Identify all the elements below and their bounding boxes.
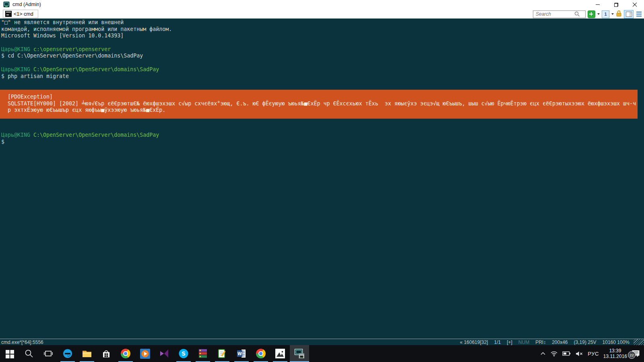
statusbar-process: cmd.exe*[*64]:5556 xyxy=(1,339,43,345)
new-console-dropdown-icon[interactable] xyxy=(597,13,600,15)
error-block: [PDOException] SQLSTATE[HY000] [2002] ╧ю… xyxy=(0,90,638,119)
taskbar-store-button[interactable] xyxy=(97,345,116,362)
terminal-line xyxy=(0,39,644,46)
cmd-icon xyxy=(5,11,12,17)
window-title: cmd (Admin) xyxy=(12,0,41,9)
terminal-line: Царь@KING C:\OpenServer\OpenServer\domai… xyxy=(0,66,644,73)
terminal-line xyxy=(0,119,644,125)
window-number: 1 xyxy=(604,12,607,16)
taskbar-conemu-button[interactable]: C:\. xyxy=(290,345,309,362)
panel-toggle-button[interactable] xyxy=(624,10,634,19)
taskbar-buttons: SWC:\. xyxy=(0,345,309,362)
photos-icon xyxy=(275,349,285,358)
search-input[interactable] xyxy=(536,11,574,17)
statusbar-items: « 160619[32]1/1[+]NUMPRI↕200x46(3,19) 25… xyxy=(460,339,630,345)
taskbar-edge-button[interactable] xyxy=(58,345,77,362)
statusbar-item[interactable]: PRI↕ xyxy=(535,339,546,345)
tab-bar: <1> cmd 1 xyxy=(0,9,644,19)
window-switch-button[interactable]: 1 xyxy=(602,10,609,18)
minimize-button[interactable] xyxy=(588,0,607,9)
restore-button[interactable] xyxy=(607,0,625,9)
terminal-line xyxy=(0,80,644,86)
search-icon xyxy=(574,11,580,17)
tray-expand-button[interactable] xyxy=(540,352,546,356)
error-line: SQLSTATE[HY000] [2002] ╧юя√Єър єёЄрэютшЄ… xyxy=(0,101,638,107)
taskbar-skype-button[interactable]: S xyxy=(174,345,193,362)
svg-text:S: S xyxy=(182,350,186,357)
menu-button[interactable] xyxy=(636,11,642,17)
status-bar: cmd.exe*[*64]:5556 « 160619[32]1/1[+]NUM… xyxy=(0,339,644,345)
edge-icon xyxy=(62,348,73,359)
taskbar-chrome-button[interactable] xyxy=(116,345,135,362)
statusbar-item[interactable]: 1/1 xyxy=(494,339,501,345)
caption-buttons xyxy=(588,0,644,9)
notepad-plus-plus-icon xyxy=(217,348,227,359)
visual-studio-icon xyxy=(159,348,169,359)
file-explorer-icon xyxy=(82,349,92,358)
clock[interactable]: 13:39 13.11.2016 xyxy=(603,348,627,359)
taskbar-visual-studio-button[interactable] xyxy=(155,345,174,362)
svg-text:C:\.: C:\. xyxy=(300,356,305,358)
lock-icon[interactable] xyxy=(616,10,622,19)
taskbar-word-button[interactable]: W xyxy=(232,345,251,362)
windows-logo-icon xyxy=(5,349,14,358)
terminal[interactable]: "□" не является внутренней или внешнейко… xyxy=(0,19,644,339)
chevron-up-icon xyxy=(540,352,546,356)
taskbar-notepad-plus-plus-button[interactable] xyxy=(213,345,232,362)
tab-cmd[interactable]: <1> cmd xyxy=(3,10,38,18)
taskbar-movies-tv-button[interactable] xyxy=(135,345,155,362)
skype-icon: S xyxy=(178,348,189,359)
notification-badge: 22 xyxy=(628,351,636,359)
volume-muted-icon xyxy=(575,351,583,357)
search-icon xyxy=(24,349,34,358)
wifi-icon xyxy=(550,351,558,357)
battery-icon xyxy=(562,351,571,356)
toolbar: 1 xyxy=(533,10,642,18)
window-switch-dropdown-icon[interactable] xyxy=(611,13,614,15)
close-icon xyxy=(632,2,637,7)
taskbar-search-button[interactable] xyxy=(19,345,39,362)
taskbar-photos-button[interactable] xyxy=(270,345,290,362)
terminal-line: "□" не является внутренней или внешней xyxy=(0,19,644,26)
winrar-icon xyxy=(198,348,208,359)
terminal-line: Царь@KING C:\OpenServer\OpenServer\domai… xyxy=(0,132,644,139)
taskbar-chrome-2-button[interactable] xyxy=(251,345,270,362)
taskbar-winrar-button[interactable] xyxy=(193,345,213,362)
taskbar-start-button[interactable] xyxy=(0,345,19,362)
close-button[interactable] xyxy=(625,0,644,9)
tray-date: 13.11.2016 xyxy=(603,354,627,359)
minimize-icon xyxy=(596,4,600,5)
statusbar-item[interactable]: « 160619[32] xyxy=(460,339,488,345)
taskbar-task-view-button[interactable] xyxy=(39,345,58,362)
taskbar-file-explorer-button[interactable] xyxy=(77,345,97,362)
movies-tv-icon xyxy=(140,349,150,359)
window-titlebar[interactable]: cmd (Admin) xyxy=(0,0,644,9)
terminal-line: Microsoft Windows [Version 10.0.14393] xyxy=(0,33,644,39)
terminal-line: Царь@KING c:\openserver\openserver xyxy=(0,46,644,53)
wifi-button[interactable] xyxy=(550,351,558,357)
tray-time: 13:39 xyxy=(603,348,627,354)
taskbar: SWC:\. РУС 13:39 13.11.2016 xyxy=(0,345,644,362)
conemu-app-icon xyxy=(3,1,10,8)
search-box[interactable] xyxy=(533,10,586,18)
statusbar-item[interactable]: NUM xyxy=(518,339,529,345)
error-line: [PDOException] xyxy=(0,94,638,101)
screen: cmd (Admin) <1> cmd 1 xyxy=(0,0,644,362)
chrome-icon xyxy=(121,349,130,358)
language-indicator[interactable]: РУС xyxy=(588,351,599,357)
action-center-button[interactable]: 22 xyxy=(632,350,640,357)
tab-label: <1> cmd xyxy=(14,11,33,17)
word-icon: W xyxy=(236,348,247,359)
terminal-line: $ php artisan migrate xyxy=(0,73,644,80)
chrome-icon xyxy=(256,349,266,358)
terminal-line: $ xyxy=(0,139,644,146)
statusbar-item[interactable]: 10160 100% xyxy=(603,339,630,345)
battery-button[interactable] xyxy=(562,351,571,356)
new-console-button[interactable] xyxy=(588,10,595,18)
resize-grip[interactable] xyxy=(634,339,644,345)
store-icon xyxy=(101,349,111,358)
volume-button[interactable] xyxy=(575,351,583,357)
statusbar-item[interactable]: 200x46 xyxy=(552,339,568,345)
statusbar-item[interactable]: [+] xyxy=(507,339,512,345)
statusbar-item[interactable]: (3,19) 25V xyxy=(574,339,597,345)
